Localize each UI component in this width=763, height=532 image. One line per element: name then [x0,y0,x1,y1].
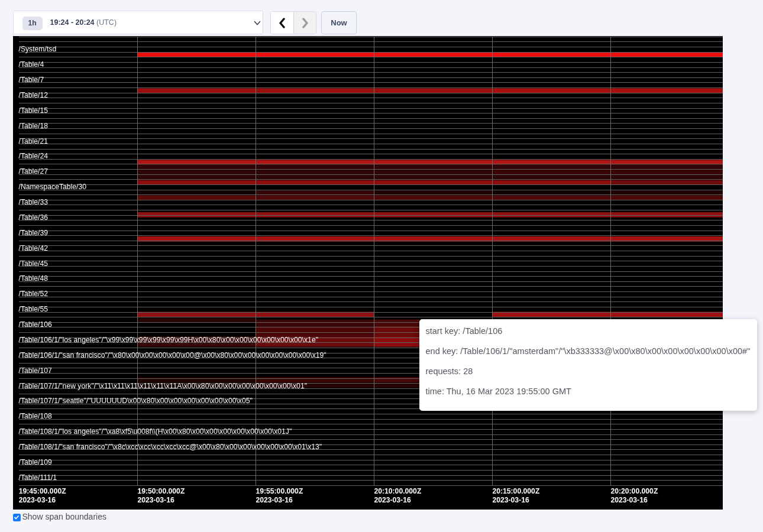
svg-text:2023-03-16: 2023-03-16 [374,495,411,504]
svg-text:19:55:00.000Z: 19:55:00.000Z [256,487,303,495]
svg-text:/Table/33: /Table/33 [18,198,48,206]
svg-text:20:10:00.000Z: 20:10:00.000Z [374,487,422,495]
svg-text:/System/tsd: /System/tsd [18,45,56,53]
svg-text:/Table/107/1/"new york"/"\x11\: /Table/107/1/"new york"/"\x11\x11\x11\x1… [18,381,307,390]
svg-text:20:20:00.000Z: 20:20:00.000Z [610,487,658,495]
svg-text:2023-03-16: 2023-03-16 [256,495,293,504]
svg-text:/Table/12: /Table/12 [18,90,48,99]
svg-text:/Table/15: /Table/15 [18,106,48,114]
svg-text:/Table/106/1/"los angeles"/"\x: /Table/106/1/"los angeles"/"\x99\x99\x99… [18,335,318,343]
svg-text:/Table/111/1: /Table/111/1 [18,473,57,481]
svg-text:19:45:00.000Z: 19:45:00.000Z [18,487,66,495]
svg-text:/Table/55: /Table/55 [18,305,48,313]
svg-text:/Table/39: /Table/39 [18,228,48,236]
svg-text:/Table/21: /Table/21 [18,137,48,145]
svg-text:/Table/109: /Table/109 [18,458,51,466]
svg-text:2023-03-16: 2023-03-16 [610,495,648,504]
svg-text:/Table/106: /Table/106 [18,320,51,329]
svg-text:/Table/106/1/"san francisco"/": /Table/106/1/"san francisco"/"\x80\x00\x… [18,351,326,359]
svg-text:/Table/107: /Table/107 [18,366,51,374]
svg-text:/Table/108: /Table/108 [18,412,51,420]
svg-text:/Table/45: /Table/45 [18,259,48,267]
svg-text:/Table/4: /Table/4 [18,60,44,69]
svg-text:/Table/108/1/"san francisco"/": /Table/108/1/"san francisco"/"\x8c\xcc\x… [18,443,322,451]
svg-text:/Table/36: /Table/36 [18,213,48,221]
svg-text:19:50:00.000Z: 19:50:00.000Z [137,487,185,495]
svg-text:/NamespaceTable/30: /NamespaceTable/30 [18,183,86,191]
svg-text:/Table/48: /Table/48 [18,274,48,283]
svg-text:/Table/108/1/"los angeles"/"\x: /Table/108/1/"los angeles"/"\xa8\xf5\u00… [18,427,292,436]
svg-text:2023-03-16: 2023-03-16 [492,495,529,504]
svg-text:/Table/27: /Table/27 [18,167,48,176]
svg-text:20:15:00.000Z: 20:15:00.000Z [492,487,540,495]
svg-text:/Table/107/1/"seattle"/"UUUUUU: /Table/107/1/"seattle"/"UUUUUUD\x00\x80\… [18,397,252,405]
svg-text:/Table/42: /Table/42 [18,244,48,252]
svg-text:/Table/52: /Table/52 [18,290,48,298]
svg-text:/Table/24: /Table/24 [18,152,48,160]
svg-text:/Table/7: /Table/7 [18,76,44,84]
svg-text:/Table/18: /Table/18 [18,121,48,129]
svg-text:2023-03-16: 2023-03-16 [137,495,174,504]
svg-text:2023-03-16: 2023-03-16 [18,495,56,504]
